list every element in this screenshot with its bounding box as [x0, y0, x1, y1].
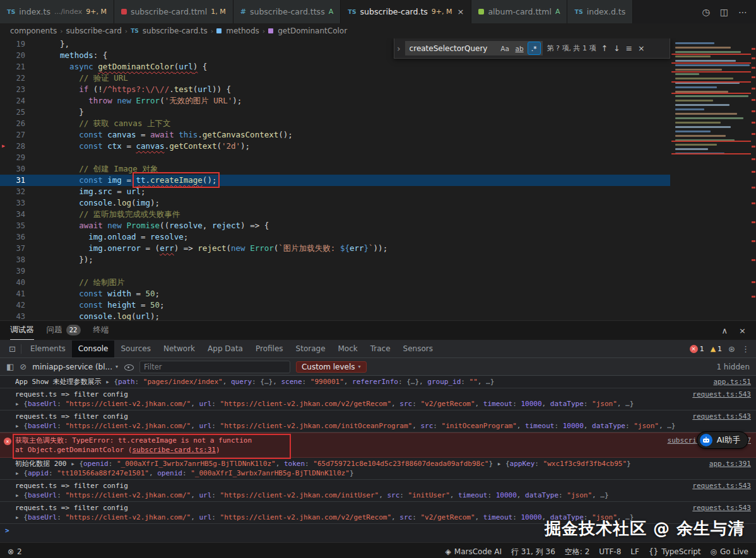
- code-line-22[interactable]: 22 // 验证 URL: [0, 73, 670, 84]
- find-input[interactable]: createSelectorQuery Aa ab .*: [405, 41, 543, 55]
- line-number[interactable]: 26: [0, 118, 34, 129]
- expand-caret-icon[interactable]: ▸: [15, 469, 23, 477]
- code-line-39[interactable]: 39: [0, 265, 670, 277]
- inspect-element-icon[interactable]: ⊡: [4, 344, 21, 354]
- line-number[interactable]: 33: [0, 197, 34, 209]
- tab-terminal[interactable]: 终端: [93, 321, 109, 340]
- source-link[interactable]: request.ts:543: [692, 412, 751, 421]
- code-line-40[interactable]: 40 // 绘制图片: [0, 277, 670, 288]
- code-line-41[interactable]: 41 const width = 50;: [0, 288, 670, 299]
- line-number[interactable]: 34: [0, 209, 34, 220]
- log-levels-dropdown[interactable]: Custom levels▾: [296, 361, 367, 373]
- ai-assistant-button[interactable]: AI助手: [697, 431, 748, 449]
- devtools-tab-trace[interactable]: Trace: [364, 340, 397, 357]
- expand-caret-icon[interactable]: ▸: [105, 378, 114, 386]
- line-number[interactable]: 43: [0, 311, 34, 320]
- collapse-panel-icon[interactable]: ∧: [722, 326, 728, 335]
- find-in-selection-icon[interactable]: ≡: [625, 43, 632, 54]
- status-cursor-position[interactable]: 行 31, 列 36: [511, 547, 555, 557]
- close-icon[interactable]: ×: [458, 7, 464, 16]
- console-prompt[interactable]: >: [0, 524, 756, 537]
- minimap[interactable]: [671, 38, 751, 320]
- console-error-count[interactable]: ×1: [690, 345, 704, 353]
- settings-gear-icon[interactable]: ⊛: [728, 344, 735, 354]
- status-encoding[interactable]: UTF-8: [599, 547, 621, 556]
- expand-caret-icon[interactable]: ▸: [15, 400, 23, 408]
- editor-tab-subscribe-card.ts[interactable]: TSsubscribe-card.ts9+, M×: [341, 0, 471, 23]
- code-line-31[interactable]: 31 const img = tt.createImage();: [0, 175, 670, 186]
- devtools-tab-storage[interactable]: Storage: [290, 340, 332, 357]
- expand-caret-icon[interactable]: ▸: [71, 460, 79, 468]
- line-number[interactable]: 37: [0, 243, 34, 254]
- devtools-tab-console[interactable]: Console: [72, 340, 115, 357]
- expand-caret-icon[interactable]: ▸: [15, 422, 23, 430]
- code-line-33[interactable]: 33 console.log(img);: [0, 197, 670, 209]
- source-link[interactable]: request.ts:543: [692, 481, 751, 491]
- more-options-icon[interactable]: ⋮: [741, 344, 750, 354]
- devtools-tab-network[interactable]: Network: [157, 340, 201, 357]
- status-problems[interactable]: ⊗ 2: [8, 547, 22, 556]
- editor-tab-subscribe-card.ttss[interactable]: #subscribe-card.ttssA: [233, 0, 341, 23]
- code-line-26[interactable]: 26 // 获取 canvas 上下文: [0, 118, 670, 129]
- devtools-tab-profiles[interactable]: Profiles: [249, 340, 290, 357]
- code-line-35[interactable]: 35 await new Promise((resolve, reject) =…: [0, 220, 670, 231]
- line-number[interactable]: 31: [0, 175, 34, 186]
- code-line-29[interactable]: 29: [0, 152, 670, 163]
- devtools-tab-sources[interactable]: Sources: [114, 340, 157, 357]
- line-number[interactable]: 38: [0, 254, 34, 265]
- code-line-23[interactable]: 23 if (!/^https?:\/\//.test(url)) {: [0, 84, 670, 95]
- code-line-25[interactable]: 25 }: [0, 107, 670, 118]
- console-filter-input[interactable]: [139, 361, 290, 373]
- line-number[interactable]: 39: [0, 265, 34, 277]
- line-number[interactable]: 42: [0, 299, 34, 311]
- tab-problems[interactable]: 问题 22: [47, 321, 81, 340]
- code-editor[interactable]: 19 },20 methods: {21 async getDominantCo…: [0, 38, 756, 320]
- source-link[interactable]: app.ts:391: [709, 459, 751, 468]
- code-line-30[interactable]: 30 // 创建 Image 对象: [0, 163, 670, 175]
- breadcrumb-item-methods[interactable]: methods: [226, 26, 259, 35]
- code-line-32[interactable]: 32 img.src = url;: [0, 186, 670, 197]
- clear-console-icon[interactable]: ⊘: [20, 362, 27, 371]
- source-link[interactable]: request.ts:543: [692, 503, 751, 513]
- status-indentation[interactable]: 空格: 2: [565, 547, 590, 557]
- editor-tab-index.d.ts[interactable]: TSindex.d.ts: [567, 0, 633, 23]
- code-line-21[interactable]: 21 async getDominantColor(url) {: [0, 61, 670, 73]
- line-number[interactable]: 22: [0, 73, 34, 84]
- regex-toggle[interactable]: .*: [528, 42, 541, 55]
- tab-debugger[interactable]: 调试器: [10, 321, 34, 340]
- console-sidebar-icon[interactable]: ◧: [6, 362, 14, 371]
- eye-icon[interactable]: [124, 362, 134, 372]
- timeline-icon[interactable]: ◷: [702, 7, 710, 17]
- expand-caret-icon[interactable]: ▸: [15, 491, 23, 499]
- status-marscode[interactable]: ◈MarsCode AI: [446, 547, 502, 556]
- line-number[interactable]: 29: [0, 152, 34, 163]
- line-number[interactable]: 27: [0, 129, 34, 141]
- code-line-27[interactable]: 27 const canvas = await this.getCanvasCo…: [0, 129, 670, 141]
- expand-caret-icon[interactable]: ▸: [15, 513, 23, 521]
- editor-tab-index.ts[interactable]: TSindex.ts.../index9+, M: [0, 0, 114, 23]
- devtools-tab-sensors[interactable]: Sensors: [397, 340, 439, 357]
- line-number[interactable]: 25: [0, 107, 34, 118]
- code-line-34[interactable]: 34 // 监听加载完成或失败事件: [0, 209, 670, 220]
- code-line-37[interactable]: 37 img.onerror = (err) => reject(new Err…: [0, 243, 670, 254]
- line-number[interactable]: 21: [0, 61, 34, 73]
- line-number[interactable]: 19: [0, 38, 34, 50]
- context-selector[interactable]: miniapp-service (bl...▾: [32, 363, 118, 371]
- source-link[interactable]: request.ts:543: [692, 390, 751, 399]
- breadcrumb-item-method-name[interactable]: getDominantColor: [278, 26, 347, 35]
- breadcrumb-item-file[interactable]: subscribe-card.ts: [143, 26, 208, 35]
- line-number[interactable]: 30: [0, 163, 34, 175]
- previous-match-icon[interactable]: ↑: [600, 43, 608, 54]
- expand-caret-icon[interactable]: ▸: [497, 460, 505, 468]
- find-query[interactable]: createSelectorQuery: [410, 43, 497, 54]
- status-go-live[interactable]: ◎Go Live: [711, 547, 748, 556]
- devtools-tab-elements[interactable]: Elements: [24, 340, 72, 357]
- editor-tab-subscribe-card.ttml[interactable]: subscribe-card.ttml1, M: [114, 0, 233, 23]
- close-find-icon[interactable]: ×: [637, 43, 645, 54]
- devtools-tab-mock[interactable]: Mock: [332, 340, 364, 357]
- devtools-tab-app-data[interactable]: App Data: [201, 340, 249, 357]
- stack-trace-link[interactable]: subscribe-card.ts:31: [132, 446, 215, 454]
- whole-word-toggle[interactable]: ab: [513, 42, 526, 55]
- next-match-icon[interactable]: ↓: [613, 43, 620, 54]
- line-number[interactable]: 24: [0, 95, 34, 107]
